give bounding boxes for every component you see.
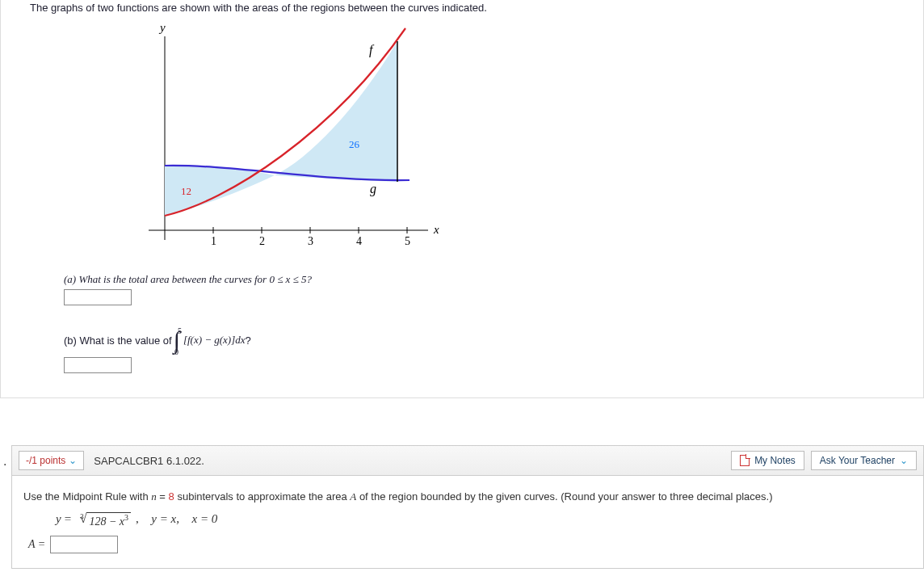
problem-2-input[interactable]: [50, 536, 118, 553]
area-2-label: 26: [349, 138, 360, 150]
chevron-down-icon: ⌄: [900, 455, 908, 466]
y-axis-label: y: [158, 21, 166, 34]
question-toolbar: -/1 points ⌄ SAPCALCBR1 6.1.022. My Note…: [11, 445, 924, 476]
equation-line: y = 3 √ 128 − x3 , y = x, x = 0: [56, 511, 912, 528]
problem-1-prompt: The graphs of two functions are shown wi…: [30, 2, 902, 14]
points-dropdown[interactable]: -/1 points ⌄: [19, 451, 84, 470]
part-a-text: (a) What is the total area between the c…: [64, 273, 902, 286]
A-equals-label: A =: [28, 538, 45, 551]
notes-icon: [740, 455, 750, 466]
tick-2: 2: [259, 235, 265, 247]
my-notes-label: My Notes: [754, 455, 796, 466]
x-axis-label: x: [433, 223, 439, 236]
question-id: SAPCALCBR1 6.1.022.: [94, 455, 204, 467]
part-a-input[interactable]: [64, 289, 132, 305]
area-1-label: 12: [181, 185, 191, 197]
integral-expression: ∫ 5 0 [f(x) − g(x)]dx: [174, 326, 246, 354]
bullet-icon: .: [3, 454, 6, 469]
my-notes-button[interactable]: My Notes: [731, 451, 804, 470]
part-b-input[interactable]: [64, 357, 132, 373]
question-toolbar-wrap: . -/1 points ⌄ SAPCALCBR1 6.1.022. My No…: [0, 445, 924, 569]
problem-2-prompt: Use the Midpoint Rule with n = 8 subinte…: [23, 490, 912, 503]
ask-teacher-label: Ask Your Teacher: [820, 455, 895, 466]
chevron-down-icon: ⌄: [69, 455, 77, 466]
problem-1: The graphs of two functions are shown wi…: [0, 0, 924, 398]
points-label: -/1 points: [26, 455, 65, 466]
problem-2: Use the Midpoint Rule with n = 8 subinte…: [11, 476, 924, 569]
g-label: g: [370, 182, 376, 196]
f-label: f: [369, 43, 375, 57]
tick-5: 5: [405, 235, 410, 247]
graph: 1 2 3 4 5 x y 12 26 f g: [115, 20, 902, 257]
tick-4: 4: [356, 235, 362, 247]
tick-1: 1: [211, 235, 216, 247]
cube-root: 3 √ 128 − x3: [76, 511, 131, 528]
ask-teacher-button[interactable]: Ask Your Teacher ⌄: [811, 451, 917, 470]
part-b-text: (b) What is the value of ∫ 5 0 [f(x) − g…: [64, 326, 902, 354]
graph-svg: 1 2 3 4 5 x y 12 26 f g: [115, 20, 454, 254]
problem-2-answer: A =: [28, 536, 912, 553]
tick-3: 3: [308, 235, 313, 247]
